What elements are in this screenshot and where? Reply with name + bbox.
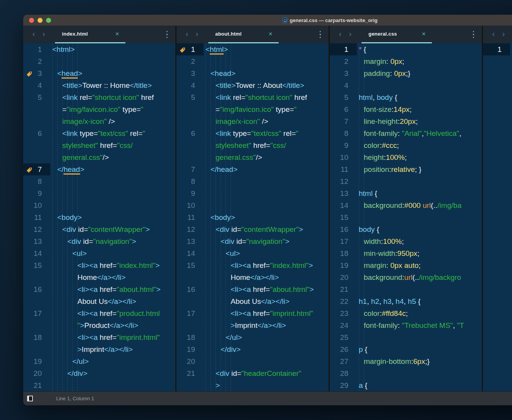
zoom-window-button[interactable] (46, 18, 51, 23)
code-line[interactable]: 1* { (330, 43, 482, 55)
line-number[interactable]: 12 (23, 223, 50, 235)
code-line[interactable]: stylesheet" href="css/ (176, 139, 329, 151)
code-line[interactable]: 10 (23, 199, 175, 211)
line-number[interactable]: 15 (176, 259, 204, 271)
next-tab-icon[interactable]: › (498, 26, 509, 43)
code-line[interactable]: ="img/favicon.ico" type=" (23, 103, 175, 115)
code-line[interactable]: 17<li><a href="imprint.html" (176, 307, 329, 319)
line-number[interactable] (176, 115, 204, 127)
line-number[interactable]: 1 (330, 43, 357, 55)
code-line[interactable]: 6<link type="text/css" rel=" (176, 127, 329, 139)
code-line[interactable]: image/x-icon" /> (23, 115, 175, 127)
code-line[interactable]: 12<div id="contentWrapper"> (176, 223, 329, 235)
code-line[interactable]: 7line-height:20px; (330, 115, 482, 127)
code-line[interactable]: 15<li><a href="index.html"> (23, 259, 175, 271)
line-number[interactable]: 10 (330, 151, 357, 163)
code-line[interactable]: ="img/favicon.ico" type=" (176, 103, 329, 115)
code-line[interactable]: 8 (176, 175, 329, 187)
code-editor[interactable]: 1 (483, 43, 512, 391)
code-editor[interactable]: 1<html>23<head>4<title>Tower :: Home</ti… (23, 43, 175, 391)
code-line[interactable]: 22h1, h2, h3, h4, h5 { (330, 295, 482, 307)
code-line[interactable]: 21 (23, 379, 175, 391)
code-line[interactable]: 23color:#ffd84c; (330, 307, 482, 319)
line-number[interactable]: 17 (176, 307, 204, 319)
line-number[interactable]: 19 (176, 343, 204, 355)
next-tab-icon[interactable]: › (39, 26, 49, 43)
code-line[interactable]: 14background:#000 url(../img/ba (330, 199, 482, 211)
line-number[interactable]: 16 (23, 283, 50, 295)
code-line[interactable]: 4<title>Tower :: Home</title> (23, 79, 175, 91)
code-line[interactable]: 9color:#ccc; (330, 139, 482, 151)
code-line[interactable]: 6font-size:14px; (330, 103, 482, 115)
code-line[interactable]: 9 (23, 187, 175, 199)
prev-tab-icon[interactable]: ‹ (335, 26, 345, 43)
code-line[interactable]: 4 (330, 79, 482, 91)
code-line[interactable]: 18</ul> (176, 331, 329, 343)
code-line[interactable]: 13<div id="navigation"> (23, 235, 175, 247)
line-number[interactable] (176, 139, 204, 151)
line-number[interactable]: 18 (176, 331, 204, 343)
code-line[interactable]: > (176, 379, 329, 391)
code-line[interactable]: 14<ul> (23, 247, 175, 259)
line-number[interactable] (176, 379, 204, 391)
code-line[interactable]: 15<li><a href="index.html"> (176, 259, 329, 271)
code-line[interactable]: 26p { (330, 343, 482, 355)
code-line[interactable]: 14<ul> (176, 247, 329, 259)
line-number[interactable]: 20 (176, 355, 204, 367)
code-line[interactable]: general.css"/> (23, 151, 175, 163)
code-line[interactable]: 1<html> (176, 43, 329, 55)
line-number[interactable]: 22 (330, 295, 357, 307)
code-line[interactable]: 8font-family: "Arial","Helvetica", (330, 127, 482, 139)
code-line[interactable]: 20</div> (23, 367, 175, 379)
code-line[interactable]: 11<body> (23, 211, 175, 223)
tab-close-icon[interactable]: × (269, 31, 272, 37)
code-line[interactable]: 19</ul> (23, 355, 175, 367)
code-line[interactable]: 6<link type="text/css" rel=" (23, 127, 175, 139)
line-number[interactable]: 4 (330, 79, 357, 91)
line-number[interactable]: 7 (330, 115, 357, 127)
code-line[interactable]: 5<link rel="shortcut icon" href (176, 91, 329, 103)
line-number[interactable]: 12 (330, 175, 357, 187)
line-number[interactable]: 23 (330, 307, 357, 319)
code-line[interactable]: 9 (176, 187, 329, 199)
code-editor[interactable]: 1* {2margin: 0px;3padding: 0px;}45html, … (330, 43, 482, 391)
line-number[interactable]: 9 (330, 139, 357, 151)
line-number[interactable]: 14 (176, 247, 204, 259)
line-number[interactable]: 9 (23, 187, 50, 199)
line-number[interactable]: 13 (330, 187, 357, 199)
line-number[interactable]: 7 (176, 163, 204, 175)
line-number[interactable]: 2 (176, 55, 204, 67)
code-line[interactable]: 1<html> (23, 43, 175, 55)
line-number[interactable]: 15 (23, 259, 50, 271)
line-number[interactable]: 11 (23, 211, 50, 223)
line-number[interactable]: 1 (176, 43, 204, 55)
tab-general-css[interactable]: general.css × (361, 26, 432, 43)
code-line[interactable]: 4<title>Tower :: About</title> (176, 79, 329, 91)
code-line[interactable]: 17<li><a href="product.html (23, 307, 175, 319)
code-line[interactable]: 29a { (330, 379, 482, 391)
line-number[interactable]: 13 (23, 235, 50, 247)
code-line[interactable]: Home</a></li> (23, 271, 175, 283)
line-number[interactable]: 3 (176, 67, 204, 79)
line-number[interactable]: 5 (23, 91, 50, 103)
code-line[interactable]: 10 (176, 199, 329, 211)
line-number[interactable]: 14 (330, 199, 357, 211)
code-line[interactable]: 25 (330, 331, 482, 343)
line-number[interactable] (176, 271, 204, 283)
tab-close-icon[interactable]: × (422, 31, 426, 37)
line-number[interactable]: 18 (330, 247, 357, 259)
line-number[interactable]: 27 (330, 355, 357, 367)
line-number[interactable]: 10 (176, 199, 204, 211)
line-number[interactable]: 29 (330, 379, 357, 391)
code-line[interactable]: 2margin: 0px; (330, 55, 482, 67)
line-number[interactable]: 10 (23, 199, 50, 211)
pane-options-icon[interactable] (165, 29, 170, 40)
code-line[interactable]: stylesheet" href="css/ (23, 139, 175, 151)
code-line[interactable]: 2 (176, 55, 329, 67)
next-tab-icon[interactable]: › (192, 26, 202, 43)
line-number[interactable]: 21 (23, 379, 50, 391)
pane-options-icon[interactable] (471, 29, 476, 40)
code-line[interactable]: About Us</a></li> (23, 295, 175, 307)
line-number[interactable]: 5 (330, 91, 357, 103)
code-line[interactable]: 16<li><a href="about.html"> (176, 283, 329, 295)
